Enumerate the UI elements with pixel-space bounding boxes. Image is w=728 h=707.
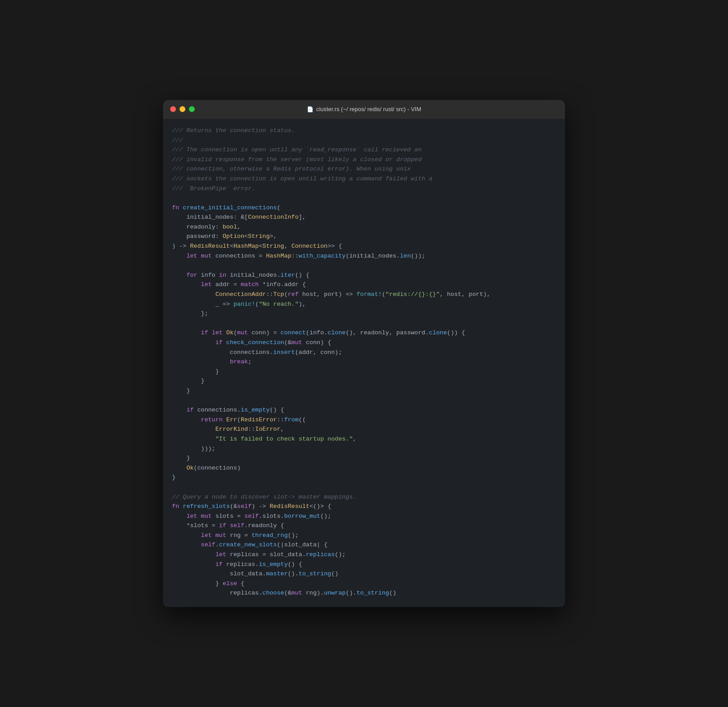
code-line: let mut slots = self.slots.borrow_mut();: [172, 512, 556, 521]
code-line: "It is failed to check startup nodes.",: [172, 434, 556, 444]
code-line: )));: [172, 444, 556, 454]
code-line: if check_connection(&mut conn) {: [172, 338, 556, 348]
code-line: *slots = if self.readonly {: [172, 521, 556, 531]
code-line: let mut rng = thread_rng();: [172, 531, 556, 541]
file-icon: 📄: [307, 106, 314, 112]
code-line: slot_data.master().to_string(): [172, 569, 556, 579]
code-line: Ok(connections): [172, 463, 556, 473]
code-line: /// sockets the connection is open until…: [172, 174, 556, 184]
traffic-lights: [170, 106, 195, 112]
code-line: }: [172, 386, 556, 396]
code-line: password: Option<String>,: [172, 232, 556, 241]
code-line: /// invalid response from the server (mo…: [172, 155, 556, 165]
code-line: [172, 261, 556, 270]
code-line: } else {: [172, 579, 556, 589]
code-line: fn refresh_slots(&self) -> RedisResult<(…: [172, 502, 556, 512]
titlebar: 📄 cluster.rs (~/ repos/ redis/ rust/ src…: [163, 100, 565, 119]
code-line: }: [172, 376, 556, 386]
code-line: ConnectionAddr::Tcp(ref host, port) => f…: [172, 290, 556, 299]
code-line: };: [172, 309, 556, 319]
code-line: ///: [172, 136, 556, 146]
code-line: return Err(RedisError::from((: [172, 415, 556, 425]
maximize-button[interactable]: [189, 106, 195, 112]
code-line: /// The connection is open until any `re…: [172, 145, 556, 155]
code-line: let replicas = slot_data.replicas();: [172, 550, 556, 560]
code-line: connections.insert(addr, conn);: [172, 348, 556, 358]
code-line: // Query a node to discover slot-> maste…: [172, 492, 556, 502]
code-line: }: [172, 453, 556, 463]
code-line: if let Ok(mut conn) = connect(info.clone…: [172, 328, 556, 338]
code-line: fn create_initial_connections(: [172, 203, 556, 213]
code-line: replicas.choose(&mut rng).unwrap().to_st…: [172, 588, 556, 598]
title-text: cluster.rs (~/ repos/ redis/ rust/ src) …: [316, 106, 421, 112]
code-editor[interactable]: /// Returns the connection status. /// /…: [163, 119, 565, 607]
code-line: /// connection, otherwise a Redis protoc…: [172, 164, 556, 174]
code-line: let addr = match *info.addr {: [172, 280, 556, 290]
code-line: [172, 193, 556, 203]
code-line: break;: [172, 357, 556, 367]
code-line: if connections.is_empty() {: [172, 405, 556, 415]
code-line: }: [172, 473, 556, 482]
code-line: }: [172, 367, 556, 377]
code-line: readonly: bool,: [172, 222, 556, 232]
code-line: [172, 396, 556, 406]
code-line: if replicas.is_empty() {: [172, 560, 556, 570]
code-line: self.create_new_slots(|slot_data| {: [172, 540, 556, 550]
code-line: [172, 319, 556, 329]
window-title: 📄 cluster.rs (~/ repos/ redis/ rust/ src…: [307, 106, 421, 112]
code-line: /// Returns the connection status.: [172, 126, 556, 136]
code-line: ErrorKind::IoError,: [172, 424, 556, 434]
code-line: /// `BrokenPipe` error.: [172, 184, 556, 194]
code-line: _ => panic!("No reach."),: [172, 299, 556, 309]
close-button[interactable]: [170, 106, 176, 112]
minimize-button[interactable]: [180, 106, 185, 112]
code-line: let mut connections = HashMap::with_capa…: [172, 251, 556, 261]
code-line: initial_nodes: &[ConnectionInfo],: [172, 212, 556, 222]
vim-window: 📄 cluster.rs (~/ repos/ redis/ rust/ src…: [163, 100, 565, 607]
code-line: [172, 482, 556, 492]
code-line: ) -> RedisResult<HashMap<String, Connect…: [172, 241, 556, 251]
code-line: for info in initial_nodes.iter() {: [172, 270, 556, 280]
